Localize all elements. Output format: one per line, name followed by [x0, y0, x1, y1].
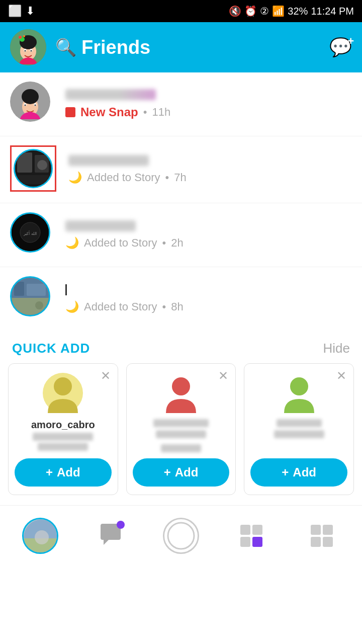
signal-icon: 📶 [272, 5, 285, 17]
friend-status: New Snap • 11h [65, 105, 352, 119]
friend-avatar: الله أكبر [10, 212, 50, 253]
friend-item[interactable]: New Snap • 11h [0, 72, 362, 136]
nav-profile[interactable] [287, 506, 357, 566]
card-name-blurred [153, 419, 209, 427]
friend-name-blurred [68, 155, 149, 166]
dismiss-button[interactable]: ✕ [101, 369, 111, 383]
story-status-label: Added to Story [84, 236, 157, 250]
svg-rect-40 [252, 537, 262, 547]
svg-rect-41 [311, 525, 321, 535]
story-box-border [10, 145, 56, 192]
story-image: الله أكبر [12, 214, 49, 251]
friend-status: 🌙 Added to Story • 7h [68, 171, 352, 184]
user-avatar[interactable] [10, 29, 46, 65]
friend-status: 🌙 Added to Story • 8h [65, 300, 352, 313]
card-mutual-blurred [33, 433, 93, 441]
quick-add-hide-button[interactable]: Hide [323, 341, 350, 356]
svg-point-12 [22, 89, 39, 104]
nav-chat[interactable] [75, 506, 146, 566]
separator-dot: • [162, 236, 166, 250]
separator-dot: • [143, 106, 147, 119]
svg-point-21 [37, 160, 47, 170]
plus-icon: + [46, 465, 53, 479]
dismiss-button[interactable]: ✕ [336, 369, 346, 383]
svg-point-16 [35, 105, 36, 106]
svg-point-32 [290, 377, 308, 395]
card-name-blurred [277, 419, 322, 427]
svg-point-8 [25, 50, 26, 52]
search-icon[interactable]: 🔍 [55, 37, 76, 57]
quick-add-card[interactable]: ✕ amoro_cabro + Add [8, 363, 118, 495]
svg-point-29 [35, 301, 43, 309]
svg-rect-28 [27, 284, 46, 296]
svg-rect-43 [311, 537, 321, 547]
svg-point-35 [35, 530, 49, 544]
friends-header: 🔍 Friends 💬 + [0, 22, 362, 72]
page-title: Friends [81, 37, 329, 58]
add-friend-button[interactable]: + Add [133, 458, 230, 487]
time-display: 11:24 PM [311, 6, 354, 17]
friend-item[interactable]: الله أكبر 🌙 Added to Story • 2h [0, 203, 362, 267]
alarm-icon: ⏰ [244, 5, 257, 17]
friend-avatar [10, 82, 50, 122]
story-image [15, 150, 52, 187]
story-image [12, 278, 49, 315]
friend-name-blurred [65, 220, 136, 231]
nav-stories[interactable] [5, 506, 75, 566]
svg-point-15 [25, 105, 26, 106]
svg-point-9 [31, 50, 32, 52]
svg-rect-18 [17, 152, 32, 173]
friend-avatar-wrap [10, 276, 55, 321]
plus-icon: + [282, 465, 289, 479]
friend-avatar-wrap: الله أكبر [10, 212, 55, 258]
svg-point-31 [172, 377, 190, 395]
status-bar: ⬜ ⬇ 🔇 ⏰ ② 📶 32% 11:24 PM [0, 0, 362, 22]
friend-status: 🌙 Added to Story • 2h [65, 236, 352, 250]
card-avatar [279, 373, 319, 413]
card-avatar [43, 373, 83, 413]
nav-camera[interactable] [146, 506, 216, 566]
quick-add-card[interactable]: ✕ + Add [126, 363, 236, 495]
svg-point-36 [168, 523, 194, 549]
story-time: 8h [171, 300, 183, 313]
quick-add-card[interactable]: ✕ + Add [244, 363, 354, 495]
add-label: Add [175, 465, 199, 479]
story-time: 2h [171, 236, 183, 250]
friend-info: 🌙 Added to Story • 8h [65, 284, 352, 313]
stories-avatar [22, 518, 58, 554]
svg-rect-20 [17, 175, 49, 184]
friend-info: 🌙 Added to Story • 7h [68, 155, 352, 184]
snap-time: 11h [152, 106, 170, 119]
plus-icon: + [347, 35, 354, 48]
story-status-label: Added to Story [87, 171, 160, 184]
friend-avatar [10, 276, 50, 316]
quick-add-title: QUICK ADD [12, 341, 90, 356]
story-status-label: Added to Story [84, 300, 157, 313]
quick-add-section: QUICK ADD Hide ✕ amoro_cabro + Add ✕ [0, 331, 362, 505]
friend-name-blurred [65, 89, 156, 100]
dismiss-button[interactable]: ✕ [218, 369, 228, 383]
plus-icon: + [164, 465, 171, 479]
nav-discover[interactable] [216, 506, 287, 566]
camera-ring [163, 518, 199, 554]
friend-info: 🌙 Added to Story • 2h [65, 220, 352, 250]
battery-icon: 32% [288, 6, 308, 17]
friend-name-cursor [65, 284, 67, 295]
add-friend-button[interactable]: + Add [15, 458, 112, 487]
screen-icon: ⬜ [8, 5, 22, 18]
card-username: amoro_cabro [31, 419, 95, 431]
new-snap-label: New Snap [80, 105, 138, 119]
friend-item[interactable]: 🌙 Added to Story • 7h [0, 136, 362, 203]
svg-rect-39 [240, 537, 250, 547]
add-friend-button[interactable]: + Add [250, 458, 347, 487]
add-label: Add [57, 465, 80, 479]
add-label: Add [293, 465, 316, 479]
new-snap-icon [65, 107, 75, 117]
new-chat-button[interactable]: 💬 + [329, 37, 352, 58]
friend-info: New Snap • 11h [65, 89, 352, 119]
svg-rect-38 [252, 525, 262, 535]
svg-rect-27 [14, 282, 24, 296]
grid-icon [239, 524, 263, 548]
svg-point-5 [23, 35, 25, 37]
friend-item[interactable]: 🌙 Added to Story • 8h [0, 267, 362, 331]
